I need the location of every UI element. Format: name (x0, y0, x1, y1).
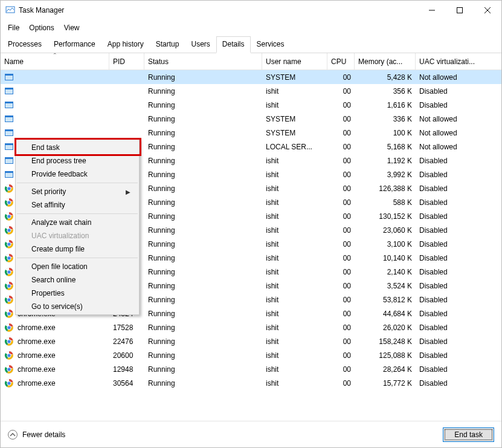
menu-view[interactable]: View (59, 22, 85, 33)
process-icon (4, 142, 14, 152)
table-row[interactable]: chrome.exe20600Runningishit00125,088 KDi… (1, 348, 501, 362)
cell-cpu: 00 (327, 337, 355, 346)
cell-user: ishit (262, 101, 327, 109)
table-row[interactable]: chrome.exe12948Runningishit0028,264 KDis… (1, 362, 501, 376)
cell-user: ishit (262, 240, 327, 248)
fewer-details-toggle[interactable]: Fewer details (8, 430, 65, 440)
cell-memory: 130,152 K (355, 212, 416, 221)
cell-memory: 3,100 K (355, 240, 416, 248)
cell-cpu: 00 (327, 184, 355, 193)
table-row[interactable]: Runningishit001,616 KDisabled (1, 98, 501, 112)
table-row[interactable]: chrome.exe30564Runningishit0015,772 KDis… (1, 376, 501, 390)
cell-uac: Disabled (416, 351, 494, 360)
col-user[interactable]: User name (262, 53, 327, 70)
ctx-set-affinity[interactable]: Set affinity (16, 198, 139, 212)
col-uac[interactable]: UAC virtualizati... (416, 53, 494, 70)
col-name[interactable]: Name⌃ (1, 53, 109, 70)
table-row[interactable]: RunningSYSTEM00100 KNot allowed (1, 126, 501, 140)
tab-users[interactable]: Users (185, 36, 216, 53)
cell-memory: 23,060 K (355, 226, 416, 235)
ctx-search-online[interactable]: Search online (16, 273, 139, 287)
cell-user: ishit (262, 379, 327, 388)
sort-indicator-icon: ⌃ (53, 53, 57, 58)
task-manager-window: Task Manager File Options View Processes… (0, 0, 502, 448)
cell-user: ishit (262, 157, 327, 165)
cell-pid: 20600 (109, 351, 144, 360)
tab-processes[interactable]: Processes (2, 36, 48, 53)
cell-uac: Disabled (416, 268, 494, 276)
tab-startup[interactable]: Startup (150, 36, 185, 53)
col-cpu[interactable]: CPU (327, 53, 355, 70)
cell-cpu: 00 (327, 240, 355, 248)
tab-services[interactable]: Services (251, 36, 291, 53)
col-memory[interactable]: Memory (ac... (355, 53, 416, 70)
cell-cpu: 00 (327, 254, 355, 262)
close-button[interactable] (474, 1, 501, 20)
ctx-properties[interactable]: Properties (16, 287, 139, 300)
cell-status: Running (144, 351, 262, 360)
ctx-go-to-services[interactable]: Go to service(s) (16, 300, 139, 313)
cell-cpu: 00 (327, 365, 355, 374)
minimize-button[interactable] (418, 1, 446, 20)
ctx-separator (17, 213, 138, 214)
cell-name: chrome.exe (1, 365, 109, 374)
process-icon (4, 73, 14, 82)
ctx-separator (17, 183, 138, 183)
cell-status: Running (144, 73, 262, 82)
cell-memory: 100 K (355, 129, 416, 137)
process-icon (4, 226, 14, 235)
cell-memory: 158,248 K (355, 337, 416, 346)
process-name: chrome.exe (18, 379, 56, 388)
svg-rect-16 (5, 143, 13, 145)
ctx-end-process-tree[interactable]: End process tree (16, 154, 139, 167)
ctx-provide-feedback[interactable]: Provide feedback (16, 167, 139, 181)
cell-user: SYSTEM (262, 129, 327, 137)
cell-uac: Disabled (416, 170, 494, 179)
svg-rect-8 (5, 88, 13, 89)
cell-cpu: 00 (327, 198, 355, 207)
ctx-end-task[interactable]: End task (16, 141, 139, 154)
table-row[interactable]: RunningSYSTEM00336 KNot allowed (1, 112, 501, 126)
cell-uac: Disabled (416, 310, 494, 318)
tab-details[interactable]: Details (216, 36, 251, 53)
cell-cpu: 00 (327, 115, 355, 123)
col-status[interactable]: Status (144, 53, 262, 70)
table-row[interactable]: RunningSYSTEM005,428 KNot allowed (1, 70, 501, 84)
cell-memory: 10,140 K (355, 254, 416, 262)
menubar: File Options View (1, 20, 501, 36)
tab-performance[interactable]: Performance (48, 36, 101, 53)
ctx-set-priority[interactable]: Set priority▶ (16, 185, 139, 198)
table-row[interactable]: chrome.exe17528Runningishit0026,020 KDis… (1, 320, 501, 334)
cell-user: ishit (262, 254, 327, 262)
col-name-label: Name (4, 57, 24, 66)
table-row[interactable]: Runningishit00356 KDisabled (1, 84, 501, 98)
col-pid[interactable]: PID (109, 53, 144, 70)
cell-cpu: 00 (327, 157, 355, 165)
process-icon (4, 86, 14, 96)
ctx-open-file-location[interactable]: Open file location (16, 260, 139, 273)
process-name: chrome.exe (18, 323, 56, 332)
cell-name (1, 100, 109, 110)
maximize-button[interactable] (446, 1, 474, 20)
cell-memory: 1,192 K (355, 157, 416, 165)
menu-file[interactable]: File (3, 22, 24, 33)
cell-cpu: 00 (327, 296, 355, 304)
cell-uac: Not allowed (416, 129, 494, 137)
end-task-button[interactable]: End task (443, 427, 494, 442)
process-icon (4, 114, 14, 124)
cell-status: Running (144, 268, 262, 276)
cell-cpu: 00 (327, 87, 355, 96)
cell-pid: 22476 (109, 337, 144, 346)
table-row[interactable]: chrome.exe22476Runningishit00158,248 KDi… (1, 334, 501, 348)
menu-options[interactable]: Options (24, 22, 59, 33)
cell-cpu: 00 (327, 170, 355, 179)
ctx-analyze-wait-chain[interactable]: Analyze wait chain (16, 216, 139, 229)
cell-status: Running (144, 198, 262, 207)
ctx-create-dump-file[interactable]: Create dump file (16, 242, 139, 256)
tab-app-history[interactable]: App history (101, 36, 150, 53)
titlebar[interactable]: Task Manager (1, 1, 501, 20)
footer: Fewer details End task (1, 421, 501, 447)
process-icon (4, 323, 14, 333)
process-name: chrome.exe (18, 365, 56, 374)
process-icon (4, 170, 14, 180)
